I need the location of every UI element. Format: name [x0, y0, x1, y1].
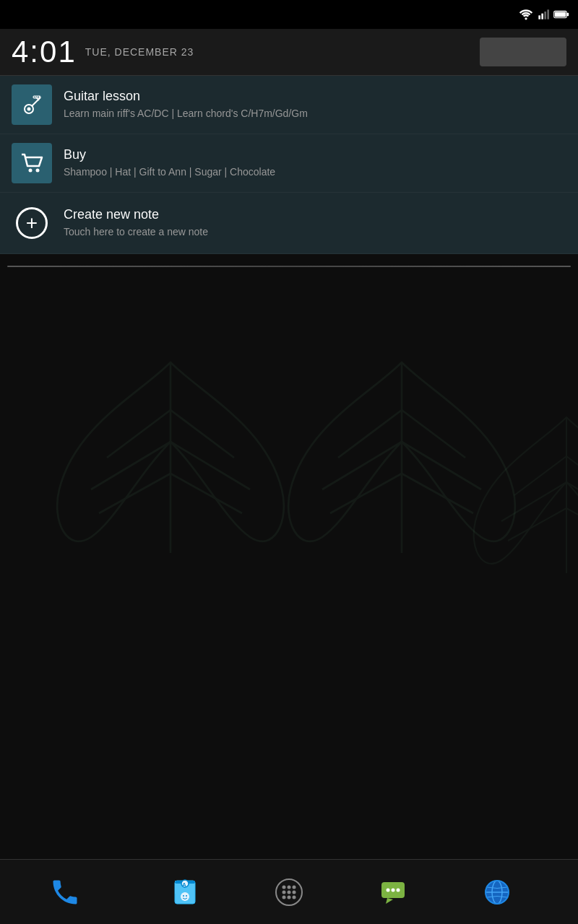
bottom-dock: A — [0, 859, 578, 924]
browser-icon — [481, 876, 513, 908]
svg-line-32 — [32, 97, 40, 106]
svg-point-39 — [29, 169, 33, 173]
wifi-icon — [519, 9, 533, 20]
panel-divider — [7, 266, 571, 267]
svg-point-53 — [282, 890, 286, 894]
svg-point-56 — [282, 895, 286, 899]
svg-rect-26 — [547, 9, 549, 19]
guitar-notif-content: Guitar lesson Learn main riff's AC/DC | … — [64, 89, 566, 121]
svg-line-12 — [402, 410, 465, 458]
svg-line-16 — [514, 456, 566, 495]
svg-point-31 — [27, 108, 31, 111]
notes-icon: A — [169, 876, 201, 908]
guitar-icon — [20, 93, 43, 116]
svg-line-17 — [501, 482, 566, 521]
clock-date: TUE, DECEMBER 23 — [85, 46, 194, 58]
clock-bar: 4:01 TUE, DECEMBER 23 — [0, 29, 578, 76]
svg-point-57 — [288, 895, 291, 899]
create-note-icon-wrap: + — [12, 203, 52, 243]
svg-line-18 — [508, 508, 566, 541]
battery-icon — [553, 9, 569, 19]
svg-rect-29 — [555, 12, 566, 17]
svg-line-13 — [402, 442, 481, 489]
clock-settings-button[interactable] — [480, 38, 566, 66]
svg-point-54 — [288, 890, 291, 894]
create-note-subtitle: Touch here to create a new note — [64, 225, 566, 240]
svg-point-22 — [525, 17, 527, 19]
svg-line-21 — [566, 508, 578, 541]
svg-point-47 — [183, 895, 184, 897]
svg-line-3 — [91, 442, 171, 489]
svg-point-50 — [282, 885, 286, 889]
svg-point-55 — [293, 890, 296, 894]
svg-line-11 — [330, 474, 402, 513]
svg-line-4 — [99, 474, 171, 513]
notification-buy[interactable]: Buy Shampoo | Hat | Gift to Ann | Sugar … — [0, 134, 578, 193]
apps-icon — [273, 876, 305, 908]
svg-line-2 — [107, 410, 171, 458]
svg-rect-28 — [566, 13, 569, 17]
svg-line-7 — [171, 474, 242, 513]
status-bar — [0, 0, 578, 29]
dock-chat[interactable] — [368, 867, 418, 918]
dock-notes[interactable]: A — [160, 867, 210, 918]
cart-icon-wrap — [12, 143, 52, 183]
svg-rect-24 — [541, 14, 543, 19]
svg-line-10 — [322, 442, 402, 489]
svg-line-20 — [566, 482, 578, 521]
svg-rect-23 — [538, 15, 540, 19]
dock-apps[interactable] — [264, 867, 314, 918]
chat-icon — [377, 876, 409, 908]
svg-line-9 — [338, 410, 402, 458]
plus-circle-icon: + — [16, 207, 48, 239]
buy-notif-title: Buy — [64, 147, 566, 162]
create-note-content: Create new note Touch here to create a n… — [64, 207, 566, 240]
dock-browser[interactable] — [472, 867, 522, 918]
guitar-notif-subtitle: Learn main riff's AC/DC | Learn chord's … — [64, 107, 566, 121]
svg-line-14 — [402, 474, 473, 513]
svg-point-61 — [392, 888, 395, 892]
create-note-item[interactable]: + Create new note Touch here to create a… — [0, 193, 578, 254]
svg-line-19 — [566, 456, 578, 495]
svg-text:A: A — [182, 881, 186, 888]
notification-guitar[interactable]: Guitar lesson Learn main riff's AC/DC | … — [0, 76, 578, 134]
buy-notif-content: Buy Shampoo | Hat | Gift to Ann | Sugar … — [64, 147, 566, 180]
svg-point-40 — [36, 169, 40, 173]
buy-notif-subtitle: Shampoo | Hat | Gift to Ann | Sugar | Ch… — [64, 165, 566, 180]
cart-icon — [20, 152, 43, 175]
guitar-icon-wrap — [12, 84, 52, 125]
dock-phone[interactable] — [56, 867, 106, 918]
svg-point-48 — [186, 895, 187, 897]
clock-time: 4:01 — [12, 35, 77, 69]
svg-point-58 — [293, 895, 296, 899]
create-note-title: Create new note — [64, 207, 566, 222]
svg-point-51 — [288, 885, 291, 889]
notification-panel: Guitar lesson Learn main riff's AC/DC | … — [0, 76, 578, 254]
svg-point-62 — [397, 888, 400, 892]
phone-icon-real — [49, 876, 81, 908]
svg-point-46 — [181, 892, 189, 901]
svg-point-60 — [387, 888, 390, 892]
svg-line-5 — [171, 410, 234, 458]
guitar-notif-title: Guitar lesson — [64, 89, 566, 104]
svg-point-52 — [293, 885, 296, 889]
svg-rect-25 — [544, 12, 546, 19]
svg-line-6 — [171, 442, 250, 489]
signal-icon — [538, 9, 549, 20]
